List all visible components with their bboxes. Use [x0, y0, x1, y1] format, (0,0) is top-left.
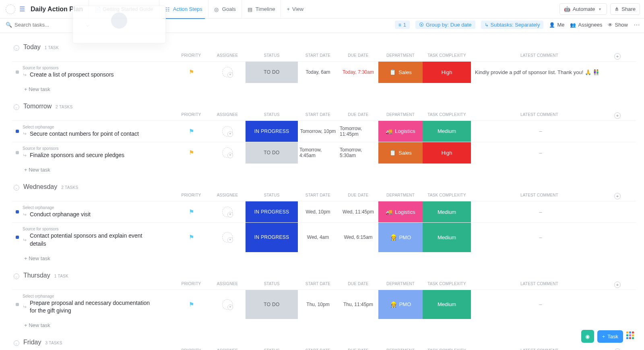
assignee-cell[interactable]: [209, 223, 246, 252]
group-name[interactable]: Thursday: [23, 272, 50, 279]
search-input[interactable]: [14, 22, 75, 28]
col-header[interactable]: DUE DATE: [338, 282, 378, 288]
due-date-cell[interactable]: Today, 7:30am: [338, 62, 378, 83]
tab-goals[interactable]: ◎ Goals: [208, 0, 242, 19]
assignee-cell[interactable]: [209, 142, 246, 164]
show-chip[interactable]: 👁 Show: [608, 22, 628, 28]
new-task-fab[interactable]: + Task: [597, 330, 623, 343]
task-row[interactable]: Source for sponsors ↵ Contact potential …: [12, 222, 636, 252]
task-row[interactable]: Source for sponsors ↵ Finalize sponsors …: [12, 142, 636, 164]
comment-cell[interactable]: Kindly provide a pdf of sponsor list. Th…: [471, 62, 608, 83]
start-date-cell[interactable]: Tomorrow, 4:45am: [298, 142, 338, 164]
status-square-icon[interactable]: [16, 210, 19, 213]
col-header[interactable]: ASSIGNEE: [209, 282, 246, 288]
department-cell[interactable]: 📋Sales: [378, 142, 423, 164]
status-cell[interactable]: IN PROGRESS: [246, 201, 298, 223]
task-row[interactable]: Source for sponsors ↵ Create a list of p…: [12, 61, 636, 83]
status-square-icon[interactable]: [16, 303, 19, 306]
assignee-cell[interactable]: [209, 121, 246, 142]
subtasks-chip[interactable]: ↳ Subtasks: Separately: [481, 21, 544, 29]
col-header[interactable]: ASSIGNEE: [209, 112, 246, 119]
priority-cell[interactable]: ⚑: [173, 223, 209, 252]
start-date-cell[interactable]: Tomorrow, 10pm: [298, 121, 338, 142]
assignees-chip[interactable]: 👥 Assignees: [570, 22, 602, 28]
assignee-add-icon[interactable]: [222, 207, 233, 217]
due-date-cell[interactable]: Tomorrow, 11:45pm: [338, 121, 378, 142]
col-header[interactable]: LATEST COMMENT: [471, 53, 608, 60]
col-header[interactable]: DUE DATE: [338, 112, 378, 119]
col-header[interactable]: START DATE: [298, 53, 338, 60]
col-header[interactable]: PRIORITY: [173, 282, 209, 288]
col-header[interactable]: START DATE: [298, 193, 338, 199]
assignee-cell[interactable]: [209, 290, 246, 319]
group-name[interactable]: Wednesday: [23, 183, 57, 191]
department-cell[interactable]: 👷PMO: [378, 223, 423, 252]
record-button[interactable]: ◉: [581, 330, 594, 343]
assignee-add-icon[interactable]: [222, 147, 233, 158]
comment-cell[interactable]: –: [471, 201, 608, 223]
me-chip[interactable]: 👤 Me: [549, 22, 564, 28]
assignee-add-icon[interactable]: [222, 67, 233, 77]
assignee-add-icon[interactable]: [222, 299, 233, 310]
col-header[interactable]: TASK COMPLEXITY: [423, 193, 471, 199]
col-header[interactable]: START DATE: [298, 348, 338, 350]
more-menu-icon[interactable]: ⋯: [634, 21, 640, 29]
col-header[interactable]: DUE DATE: [338, 193, 378, 199]
col-header[interactable]: DEPARTMENT: [378, 53, 423, 60]
group-collapse-icon[interactable]: ⌄: [14, 273, 19, 279]
add-column-icon[interactable]: +: [614, 193, 621, 199]
col-header[interactable]: PRIORITY: [173, 53, 209, 60]
task-name[interactable]: Prepare proposal and necessary documenta…: [30, 299, 155, 315]
col-header[interactable]: LATEST COMMENT: [471, 348, 608, 350]
new-task-button[interactable]: + New task: [12, 319, 636, 328]
share-button[interactable]: ⋔ Share: [610, 3, 640, 15]
task-name[interactable]: Finalize sponsors and secure pledges: [30, 151, 124, 159]
add-column-icon[interactable]: +: [614, 112, 621, 119]
col-header[interactable]: ASSIGNEE: [209, 348, 246, 350]
tab-action-steps[interactable]: ☷ Action Steps: [159, 0, 208, 19]
filter-chip[interactable]: ≡ 1: [395, 21, 410, 29]
col-header[interactable]: [12, 348, 173, 350]
comment-cell[interactable]: –: [471, 121, 608, 142]
col-header[interactable]: TASK COMPLEXITY: [423, 53, 471, 60]
due-date-cell[interactable]: Wed, 6:15am: [338, 223, 378, 252]
col-header[interactable]: PRIORITY: [173, 348, 209, 350]
status-cell[interactable]: IN PROGRESS: [246, 223, 298, 252]
col-header[interactable]: START DATE: [298, 112, 338, 119]
col-header[interactable]: DUE DATE: [338, 53, 378, 60]
department-cell[interactable]: 📋Sales: [378, 62, 423, 83]
status-cell[interactable]: IN PROGRESS: [246, 121, 298, 142]
col-header[interactable]: TASK COMPLEXITY: [423, 348, 471, 350]
col-header[interactable]: TASK COMPLEXITY: [423, 112, 471, 119]
col-header[interactable]: STATUS: [246, 53, 298, 60]
col-header[interactable]: [12, 112, 173, 119]
priority-cell[interactable]: ⚑: [173, 142, 209, 164]
parent-task-name[interactable]: Source for sponsors: [23, 227, 155, 231]
complexity-cell[interactable]: High: [423, 142, 471, 164]
department-cell[interactable]: 🚚Logistics: [378, 121, 423, 142]
task-name[interactable]: Create a list of prospect sponsors: [30, 71, 114, 79]
new-task-button[interactable]: + New task: [12, 83, 636, 92]
col-header[interactable]: [12, 53, 173, 60]
priority-cell[interactable]: ⚑: [173, 201, 209, 223]
complexity-cell[interactable]: Medium: [423, 121, 471, 142]
new-task-button[interactable]: + New task: [12, 164, 636, 173]
new-task-button[interactable]: + New task: [12, 252, 636, 261]
parent-task-name[interactable]: Select orphanage: [23, 125, 139, 129]
parent-task-name[interactable]: Source for sponsors: [23, 66, 114, 70]
group-collapse-icon[interactable]: ⌄: [14, 340, 19, 346]
col-header[interactable]: ASSIGNEE: [209, 53, 246, 60]
task-row[interactable]: Select orphanage ↵ Conduct orphanage vis…: [12, 201, 636, 223]
col-header[interactable]: DEPARTMENT: [378, 282, 423, 288]
status-square-icon[interactable]: [16, 151, 19, 154]
col-header[interactable]: STATUS: [246, 193, 298, 199]
col-header[interactable]: STATUS: [246, 112, 298, 119]
complexity-cell[interactable]: High: [423, 62, 471, 83]
task-name[interactable]: Secure contact numbers for point of cont…: [30, 130, 139, 138]
group-collapse-icon[interactable]: ⌄: [14, 104, 19, 110]
status-square-icon[interactable]: [16, 236, 19, 239]
department-cell[interactable]: 🚚Logistics: [378, 201, 423, 223]
col-header[interactable]: LATEST COMMENT: [471, 193, 608, 199]
col-header[interactable]: STATUS: [246, 348, 298, 350]
due-date-cell[interactable]: Tomorrow, 5:30am: [338, 142, 378, 164]
